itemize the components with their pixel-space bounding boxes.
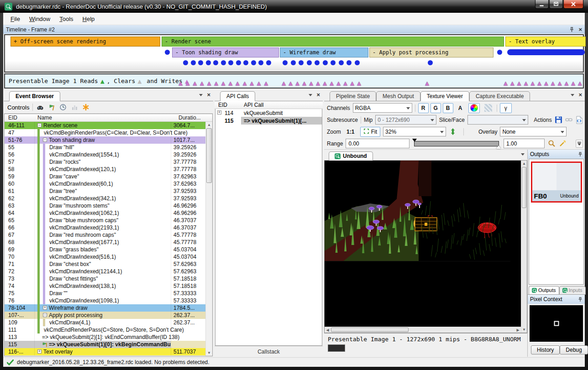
chevron-down-icon[interactable]: [521, 153, 525, 156]
table-row[interactable]: 67Draw "red mushroom caps"45.77778: [5, 231, 205, 239]
tab-api-calls[interactable]: API Calls: [220, 91, 255, 101]
menu-file[interactable]: File: [6, 14, 25, 24]
close-icon[interactable]: ×: [578, 27, 582, 32]
close-button[interactable]: [563, 0, 583, 9]
table-row[interactable]: 71Draw "chest box"57.62963: [5, 261, 205, 268]
chevron-down-icon[interactable]: [199, 94, 203, 96]
table-row[interactable]: 111vkCmdEndRenderPass(C=Store, D=Store, …: [5, 326, 205, 334]
timeline-bar[interactable]: - Render scene: [162, 36, 504, 47]
table-row[interactable]: 115=> vkQueueSubmit(1)[0]: vkBeginComman…: [5, 341, 205, 348]
chevron-down-icon[interactable]: [571, 94, 574, 96]
minimize-button[interactable]: [535, 0, 549, 9]
tab-capture-executable[interactable]: Capture Executable: [469, 91, 530, 101]
expand-toggle[interactable]: +: [43, 306, 47, 310]
flip-vertical-icon[interactable]: [449, 128, 457, 136]
table-row[interactable]: 109vkCmdDraw(4,1)262.37...: [5, 319, 205, 326]
table-row[interactable]: 51-76−Toon shading draw1017.7...: [5, 136, 205, 144]
tab-event-browser[interactable]: Event Browser: [9, 91, 60, 101]
pin-icon[interactable]: [569, 27, 574, 32]
magnifier-icon[interactable]: [547, 140, 556, 148]
colorwheel-toggle[interactable]: [468, 103, 480, 113]
find-icon[interactable]: [36, 103, 44, 111]
table-row[interactable]: 115=> vkQueueSubmit(1)[...: [215, 117, 322, 125]
close-icon[interactable]: ×: [316, 93, 320, 97]
mip-select[interactable]: 0 - 1272x690: [375, 115, 436, 125]
sliceface-select[interactable]: [467, 115, 528, 125]
menu-tools[interactable]: Tools: [55, 14, 78, 24]
tab-pipeline-state[interactable]: Pipeline State: [330, 91, 376, 101]
pin-icon[interactable]: [578, 152, 583, 157]
debug-button[interactable]: Debug: [560, 345, 588, 354]
expand-toggle[interactable]: +: [217, 110, 221, 115]
close-icon[interactable]: ×: [578, 93, 582, 97]
channel-b-toggle[interactable]: B: [443, 103, 453, 113]
table-row[interactable]: 60vkCmdDrawIndexed(60,1)37.62963: [5, 180, 205, 188]
table-row[interactable]: 65Draw "blue mushroom caps"46.37037: [5, 217, 205, 224]
table-row[interactable]: 55Draw "hill"39.25926: [5, 144, 205, 151]
timeline-bar[interactable]: - Text overlay: [505, 36, 586, 47]
callstack-footer[interactable]: Callstack: [215, 346, 323, 357]
zoom-1to1-button[interactable]: 1:1: [344, 127, 357, 137]
close-icon[interactable]: ×: [207, 93, 210, 97]
channel-r-toggle[interactable]: R: [418, 103, 429, 113]
link-icon[interactable]: [565, 116, 573, 124]
zoom-select[interactable]: 32%: [383, 127, 446, 136]
table-row[interactable]: 57Draw "rocks"37.77778: [5, 158, 205, 166]
star-icon[interactable]: [82, 103, 90, 111]
table-row[interactable]: 47vkCmdBeginRenderPass(C=Clear, D=Clear,…: [5, 129, 205, 136]
fb0-thumbnail[interactable]: FB0 Unbound: [531, 162, 582, 203]
table-row[interactable]: 107-...−Apply post processing262.37...: [5, 312, 205, 319]
event-browser-scrollbar[interactable]: ▲ ▼: [205, 122, 212, 356]
range-max-field[interactable]: 1.00: [504, 139, 545, 148]
save-icon[interactable]: [555, 116, 562, 124]
fit-button[interactable]: Fit: [360, 127, 380, 137]
table-row[interactable]: 68vkCmdDrawIndexed(1677,1)45.77778: [5, 239, 205, 246]
timeline-bar[interactable]: - Apply post processing: [369, 47, 493, 57]
range-min-field[interactable]: 0.00: [346, 139, 410, 148]
table-row[interactable]: 76vkCmdDrawIndexed(1098,1)57.33333: [5, 297, 205, 304]
table-row[interactable]: 56vkCmdDrawIndexed(1554,1)39.25926: [5, 151, 205, 158]
texture-vscroll[interactable]: ▲ ▼: [521, 161, 527, 333]
table-row[interactable]: 64vkCmdDrawIndexed(1062,1)46.96296: [5, 209, 205, 217]
timeline-bar[interactable]: - Toon shading draw: [172, 47, 279, 57]
pin-icon[interactable]: [578, 297, 583, 302]
gamma-toggle[interactable]: γ: [500, 103, 512, 113]
toolbar-overflow-button[interactable]: [576, 140, 583, 148]
table-row[interactable]: 61Draw "tree"37.92593: [5, 188, 205, 195]
table-row[interactable]: 63Draw "mushroom stems"46.96296: [5, 202, 205, 209]
table-row[interactable]: 58vkCmdDrawIndexed(120,1)37.77778: [5, 166, 205, 173]
overlay-select[interactable]: None: [500, 127, 567, 136]
maximize-button[interactable]: [549, 0, 563, 9]
table-row[interactable]: 69Draw "grass blades"45.03704: [5, 246, 205, 253]
range-max-handle[interactable]: [496, 146, 501, 149]
table-row[interactable]: 62vkCmdDrawIndexed(342,1)37.92593: [5, 195, 205, 202]
tab-inputs[interactable]: Inputs: [559, 286, 586, 295]
table-row[interactable]: 113=> vkQueueSubmit(2)[1]: vkEndCommandB…: [5, 334, 205, 341]
collapse-toggle[interactable]: −: [43, 313, 47, 317]
table-row[interactable]: 116-...+Text overlay511.7037: [5, 348, 205, 355]
table-row[interactable]: 72vkCmdDrawIndexed(12144,1)57.62963: [5, 268, 205, 275]
chevron-down-icon[interactable]: [309, 94, 312, 96]
tab-unbound-texture[interactable]: Unbound: [329, 151, 373, 161]
table-row[interactable]: 73Draw "chest fittings"57.18518: [5, 275, 205, 282]
wand-icon[interactable]: [558, 140, 567, 148]
scrollbar-thumb[interactable]: [331, 328, 409, 332]
tab-outputs[interactable]: Outputs: [529, 286, 559, 294]
stats-icon[interactable]: [70, 103, 79, 111]
table-row[interactable]: 75Draw ""57.33333: [5, 290, 205, 297]
texture-viewport[interactable]: ▲ ▼ ◀ ▶: [324, 161, 527, 333]
menu-window[interactable]: Window: [25, 14, 55, 24]
table-row[interactable]: 59Draw "cave"37.62963: [5, 173, 205, 180]
texture-hscroll[interactable]: ◀ ▶: [325, 327, 521, 333]
scrollbar-thumb[interactable]: [206, 128, 212, 183]
bookmark-flag-icon[interactable]: [47, 103, 56, 111]
code-icon[interactable]: [576, 116, 583, 124]
range-slider[interactable]: [414, 141, 499, 147]
expand-toggle[interactable]: +: [37, 349, 42, 354]
collapse-toggle[interactable]: −: [43, 138, 47, 142]
tab-mesh-output[interactable]: Mesh Output: [376, 91, 420, 101]
collapse-toggle[interactable]: −: [37, 123, 42, 127]
table-row[interactable]: 114+vkQueueSubmit: [215, 109, 322, 117]
table-row[interactable]: 66vkCmdDrawIndexed(2193,1)46.37037: [5, 224, 205, 231]
table-row[interactable]: 74vkCmdDrawIndexed(138,1)57.18518: [5, 282, 205, 290]
